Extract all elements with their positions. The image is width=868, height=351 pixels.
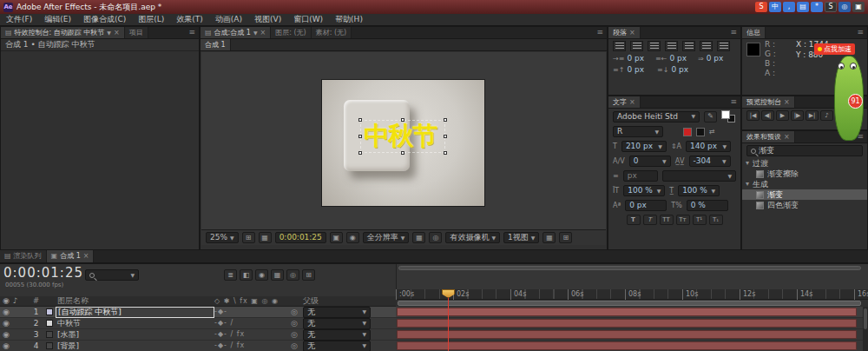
time-navigator-bar[interactable] xyxy=(398,266,861,270)
close-icon[interactable]: × xyxy=(83,253,89,260)
view-layout-select[interactable]: 1视图▼ xyxy=(503,232,539,243)
region-of-interest-icon[interactable]: ▦ xyxy=(412,232,425,243)
justify-last-center-button[interactable] xyxy=(682,41,695,51)
composition-viewer[interactable]: 中秋节 xyxy=(201,52,606,229)
menu-effect[interactable]: 效果(T) xyxy=(170,14,209,26)
align-right-button[interactable] xyxy=(648,41,661,51)
switches-column-header[interactable]: ◇ ✱ \ fx ▣ ◎ ◉ xyxy=(214,298,291,305)
panel-menu-icon[interactable]: ≡ xyxy=(593,27,607,38)
layer-bar-row-2[interactable] xyxy=(396,318,868,329)
parent-column-header[interactable]: 父级 xyxy=(303,297,396,305)
grid-icon[interactable]: ▦ xyxy=(259,232,272,243)
indent-left-field[interactable]: →≡0 px xyxy=(613,55,651,63)
menu-window[interactable]: 窗口(W) xyxy=(287,14,329,26)
menu-layer[interactable]: 图层(L) xyxy=(132,14,170,26)
layer-bar-row-1[interactable] xyxy=(396,307,868,318)
superscript-button[interactable]: T¹ xyxy=(693,215,707,225)
font-size-field[interactable]: 210 px▼ xyxy=(621,141,667,152)
baseline-shift-field[interactable]: 0 px xyxy=(625,200,667,211)
faux-bold-button[interactable]: T xyxy=(627,215,641,225)
justify-last-right-button[interactable] xyxy=(700,41,713,51)
category-generate[interactable]: ▾ 生成 xyxy=(742,179,867,189)
tab-timeline-comp1[interactable]: ▣ 合成 1 × xyxy=(47,250,95,262)
selection-handle[interactable] xyxy=(358,151,362,155)
tab-composition[interactable]: ▤ 合成:合成 1 ▼ × xyxy=(201,27,271,38)
parent-select[interactable]: 无▼ xyxy=(303,307,371,318)
panel-menu-icon[interactable]: ≡ xyxy=(727,27,740,38)
space-after-field[interactable]: ≡↓0 px xyxy=(657,66,697,74)
current-time-indicator-line[interactable] xyxy=(448,289,449,351)
camera-select[interactable]: 有效摄像机▼ xyxy=(445,232,500,243)
kerning-field[interactable]: 0▼ xyxy=(629,156,671,167)
ime-tools-icon[interactable]: * xyxy=(811,2,823,12)
close-icon[interactable]: × xyxy=(784,134,790,141)
font-style-select[interactable]: R▼ xyxy=(613,126,663,137)
subscript-button[interactable]: T₁ xyxy=(709,215,723,225)
sogou-logo-icon[interactable]: S xyxy=(755,2,767,12)
parent-select[interactable]: 无▼ xyxy=(303,318,371,329)
scrollbar-thumb[interactable] xyxy=(864,308,867,329)
eye-icon[interactable]: ◉ xyxy=(3,331,10,339)
label-color-swatch[interactable] xyxy=(46,342,53,349)
ime-mode-icon[interactable]: 中 xyxy=(769,2,781,12)
preset-gradient-wipe[interactable]: 渐变擦除 xyxy=(742,169,867,179)
close-icon[interactable]: × xyxy=(629,30,635,36)
all-caps-button[interactable]: TT xyxy=(660,215,674,225)
parent-select[interactable]: 无▼ xyxy=(303,341,371,351)
chevron-down-icon[interactable]: ▼ xyxy=(107,30,111,36)
safe-zones-icon[interactable]: ⊞ xyxy=(242,232,255,243)
tracking-field[interactable]: -304▼ xyxy=(689,156,731,167)
layer-row-1[interactable]: ◉ 1 [自动跟踪 中秋节] -◆- ◎ 无▼ xyxy=(0,307,396,318)
eye-icon[interactable]: ◉ xyxy=(3,320,10,328)
frame-blending-icon[interactable]: ▦ xyxy=(271,269,284,281)
eye-icon[interactable]: ◉ xyxy=(3,308,10,316)
pickwhip-icon[interactable]: ◎ xyxy=(291,308,303,316)
pickwhip-icon[interactable]: ◎ xyxy=(291,331,303,339)
work-area-bar[interactable] xyxy=(398,301,861,306)
canvas-image[interactable]: 中秋节 xyxy=(322,80,484,206)
layer-row-4[interactable]: ◉ 4 [背景] -◆- / fx ◎ 无▼ xyxy=(0,341,396,351)
mini-flowchart-icon[interactable]: ≣ xyxy=(224,269,237,281)
layer-duration-bar[interactable] xyxy=(397,308,857,316)
layer-duration-bar[interactable] xyxy=(397,341,857,350)
swap-colors-icon[interactable]: ⇄ xyxy=(709,129,715,136)
previous-frame-button[interactable]: ◀| xyxy=(761,110,774,121)
close-icon[interactable]: × xyxy=(629,99,635,106)
tab-layer[interactable]: 图层: (无) xyxy=(271,27,311,38)
justify-last-left-button[interactable] xyxy=(665,41,678,51)
twirl-open-icon[interactable]: ▾ xyxy=(746,181,749,188)
twirl-open-icon[interactable]: ▾ xyxy=(746,160,749,167)
menu-edit[interactable]: 编辑(E) xyxy=(38,14,77,26)
close-icon[interactable]: × xyxy=(784,99,790,106)
mascot-character[interactable]: 91 xyxy=(831,56,867,141)
zoom-select[interactable]: 25%▼ xyxy=(206,232,239,243)
fill-over-stroke-swatch[interactable] xyxy=(696,128,705,136)
fill-stroke-swatches[interactable] xyxy=(721,110,735,123)
ime-keyboard-icon[interactable]: ▤ xyxy=(797,2,809,12)
graph-editor-icon[interactable]: ⊞ xyxy=(302,269,315,281)
pixel-aspect-icon[interactable]: ▦ xyxy=(542,232,556,243)
draft-3d-icon[interactable]: ◧ xyxy=(240,269,253,281)
tab-render-queue[interactable]: ▤ 渲染队列 xyxy=(0,250,47,262)
selection-handle[interactable] xyxy=(401,151,404,155)
panel-menu-icon[interactable]: ≡ xyxy=(853,27,867,38)
label-color-swatch[interactable] xyxy=(46,308,53,315)
tab-footage[interactable]: 素材: (无) xyxy=(312,27,352,38)
text-selection-box[interactable] xyxy=(360,120,445,153)
tray-misc2-icon[interactable]: ▣ xyxy=(852,2,865,12)
play-button[interactable]: ▶ xyxy=(776,110,789,121)
first-frame-button[interactable]: |◀ xyxy=(746,110,760,121)
layer-row-3[interactable]: ◉ 3 [水墨] -◆- / fx ◎ 无▼ xyxy=(0,329,396,341)
layer-switches[interactable]: -◆- / xyxy=(214,320,291,327)
layer-name-column-header[interactable]: 图层名称 xyxy=(56,296,214,306)
layer-duration-bar[interactable] xyxy=(397,330,857,339)
eye-icon[interactable]: ◉ xyxy=(3,342,10,350)
selection-handle[interactable] xyxy=(444,135,447,138)
eyedropper-icon[interactable]: ✎ xyxy=(704,111,717,123)
tab-effect-controls[interactable]: ▤ 特效控制台: 自动跟踪 中秋节 ▼ × xyxy=(1,27,125,38)
timeline-scrollbar[interactable] xyxy=(863,307,868,351)
menu-animation[interactable]: 动画(A) xyxy=(209,14,248,26)
last-frame-button[interactable]: ▶| xyxy=(806,110,819,121)
small-caps-button[interactable]: Tᴛ xyxy=(676,215,690,225)
motion-blur-icon[interactable]: ◎ xyxy=(286,269,299,281)
